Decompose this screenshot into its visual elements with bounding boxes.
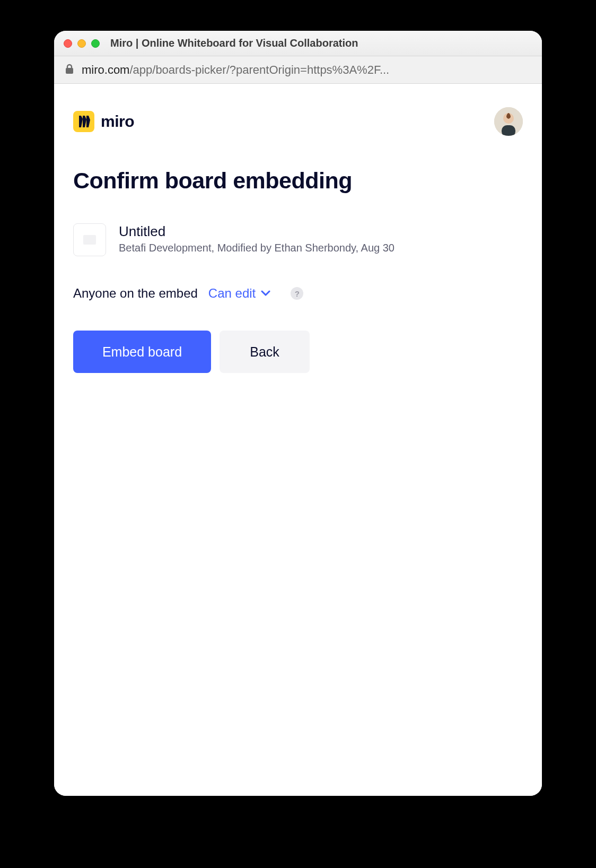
brand-name: miro [101, 112, 134, 131]
url-host: miro.com [82, 63, 129, 76]
permission-scope-label: Anyone on the embed [73, 286, 198, 301]
board-meta: Untitled Betafi Development, Modified by… [119, 223, 395, 254]
action-buttons: Embed board Back [73, 331, 523, 373]
board-thumbnail[interactable] [73, 223, 106, 256]
window-titlebar: Miro | Online Whiteboard for Visual Coll… [54, 31, 542, 56]
board-details: Betafi Development, Modified by Ethan Sh… [119, 242, 395, 254]
minimize-window-button[interactable] [77, 39, 86, 48]
embed-board-button[interactable]: Embed board [73, 331, 211, 373]
browser-window: Miro | Online Whiteboard for Visual Coll… [54, 31, 542, 796]
lock-icon [65, 64, 74, 76]
brand[interactable]: miro [73, 111, 134, 132]
page-title: Confirm board embedding [73, 168, 523, 194]
permission-dropdown[interactable]: Can edit [208, 286, 270, 301]
board-summary: Untitled Betafi Development, Modified by… [73, 223, 523, 256]
maximize-window-button[interactable] [91, 39, 100, 48]
address-bar[interactable]: miro.com/app/boards-picker/?parentOrigin… [54, 56, 542, 84]
page-content: miro Confirm board embedding Untitled Be… [54, 84, 542, 796]
chevron-down-icon [261, 290, 270, 297]
permission-selected-value: Can edit [208, 286, 256, 301]
board-thumbnail-placeholder-icon [83, 235, 96, 245]
svg-rect-0 [66, 68, 73, 74]
miro-logo-icon [73, 111, 94, 132]
url-text: miro.com/app/boards-picker/?parentOrigin… [82, 63, 531, 77]
help-icon[interactable]: ? [291, 287, 303, 300]
svg-rect-3 [502, 125, 515, 136]
user-avatar[interactable] [494, 107, 523, 136]
url-path: /app/boards-picker/?parentOrigin=https%3… [129, 63, 389, 76]
board-name: Untitled [119, 223, 395, 240]
permission-row: Anyone on the embed Can edit ? [73, 286, 523, 301]
traffic-lights [64, 39, 100, 48]
back-button[interactable]: Back [220, 331, 310, 373]
header-row: miro [73, 107, 523, 136]
window-title: Miro | Online Whiteboard for Visual Coll… [110, 37, 358, 49]
close-window-button[interactable] [64, 39, 72, 48]
